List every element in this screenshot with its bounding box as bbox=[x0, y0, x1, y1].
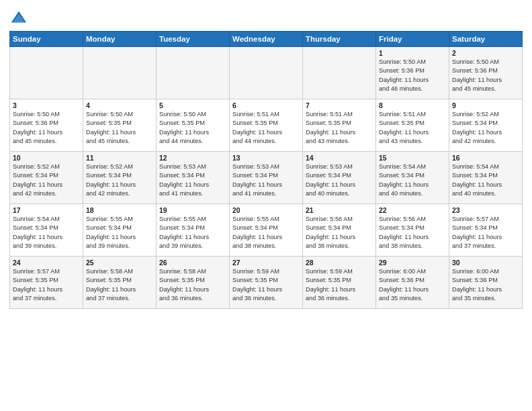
day-cell: 17Sunrise: 5:54 AM Sunset: 5:34 PM Dayli… bbox=[10, 204, 83, 257]
day-number: 12 bbox=[159, 154, 226, 162]
day-info: Sunrise: 5:57 AM Sunset: 5:35 PM Dayligh… bbox=[13, 267, 80, 303]
day-cell: 18Sunrise: 5:55 AM Sunset: 5:34 PM Dayli… bbox=[83, 204, 157, 257]
week-row-1: 1Sunrise: 5:50 AM Sunset: 5:36 PM Daylig… bbox=[10, 47, 523, 99]
day-cell: 15Sunrise: 5:54 AM Sunset: 5:34 PM Dayli… bbox=[376, 152, 449, 204]
day-info: Sunrise: 5:50 AM Sunset: 5:35 PM Dayligh… bbox=[86, 110, 153, 146]
day-info: Sunrise: 6:00 AM Sunset: 5:36 PM Dayligh… bbox=[379, 267, 446, 303]
day-info: Sunrise: 5:58 AM Sunset: 5:35 PM Dayligh… bbox=[159, 267, 226, 303]
header-row: SundayMondayTuesdayWednesdayThursdayFrid… bbox=[10, 32, 523, 47]
day-info: Sunrise: 5:51 AM Sunset: 5:35 PM Dayligh… bbox=[379, 110, 446, 146]
calendar-container: SundayMondayTuesdayWednesdayThursdayFrid… bbox=[0, 0, 532, 313]
day-cell: 20Sunrise: 5:55 AM Sunset: 5:34 PM Dayli… bbox=[230, 204, 303, 257]
week-row-4: 17Sunrise: 5:54 AM Sunset: 5:34 PM Dayli… bbox=[10, 204, 523, 257]
day-number: 18 bbox=[86, 206, 153, 214]
day-number: 9 bbox=[452, 101, 519, 109]
day-number: 4 bbox=[86, 101, 153, 109]
day-info: Sunrise: 5:50 AM Sunset: 5:36 PM Dayligh… bbox=[452, 58, 519, 93]
day-number: 5 bbox=[159, 101, 226, 109]
week-row-3: 10Sunrise: 5:52 AM Sunset: 5:34 PM Dayli… bbox=[10, 152, 523, 204]
day-info: Sunrise: 5:51 AM Sunset: 5:35 PM Dayligh… bbox=[306, 110, 373, 146]
week-row-5: 24Sunrise: 5:57 AM Sunset: 5:35 PM Dayli… bbox=[10, 257, 523, 309]
day-cell bbox=[157, 47, 230, 99]
day-number: 14 bbox=[306, 154, 373, 162]
logo bbox=[9, 9, 30, 28]
day-number: 2 bbox=[452, 49, 519, 57]
day-info: Sunrise: 5:53 AM Sunset: 5:34 PM Dayligh… bbox=[306, 163, 373, 198]
day-cell: 8Sunrise: 5:51 AM Sunset: 5:35 PM Daylig… bbox=[376, 99, 449, 152]
day-number: 24 bbox=[13, 259, 80, 267]
day-number: 29 bbox=[379, 259, 446, 267]
day-cell: 14Sunrise: 5:53 AM Sunset: 5:34 PM Dayli… bbox=[303, 152, 376, 204]
day-info: Sunrise: 5:53 AM Sunset: 5:34 PM Dayligh… bbox=[232, 163, 300, 198]
day-info: Sunrise: 5:50 AM Sunset: 5:36 PM Dayligh… bbox=[13, 110, 80, 146]
day-cell: 27Sunrise: 5:59 AM Sunset: 5:35 PM Dayli… bbox=[230, 257, 303, 309]
day-number: 19 bbox=[159, 206, 226, 214]
day-cell: 19Sunrise: 5:55 AM Sunset: 5:34 PM Dayli… bbox=[157, 204, 230, 257]
day-info: Sunrise: 5:59 AM Sunset: 5:35 PM Dayligh… bbox=[306, 267, 373, 303]
day-cell: 1Sunrise: 5:50 AM Sunset: 5:36 PM Daylig… bbox=[376, 47, 449, 99]
day-cell: 22Sunrise: 5:56 AM Sunset: 5:34 PM Dayli… bbox=[376, 204, 449, 257]
header bbox=[9, 7, 523, 28]
day-info: Sunrise: 6:00 AM Sunset: 5:36 PM Dayligh… bbox=[452, 267, 519, 303]
header-cell-sunday: Sunday bbox=[10, 32, 83, 47]
header-cell-wednesday: Wednesday bbox=[230, 32, 303, 47]
header-cell-saturday: Saturday bbox=[449, 32, 523, 47]
day-cell: 23Sunrise: 5:57 AM Sunset: 5:34 PM Dayli… bbox=[449, 204, 523, 257]
day-number: 30 bbox=[452, 259, 519, 267]
day-number: 23 bbox=[452, 206, 519, 214]
day-info: Sunrise: 5:59 AM Sunset: 5:35 PM Dayligh… bbox=[232, 267, 300, 303]
day-number: 1 bbox=[379, 49, 446, 57]
day-cell: 25Sunrise: 5:58 AM Sunset: 5:35 PM Dayli… bbox=[83, 257, 157, 309]
calendar-header: SundayMondayTuesdayWednesdayThursdayFrid… bbox=[10, 32, 523, 47]
day-cell: 11Sunrise: 5:52 AM Sunset: 5:34 PM Dayli… bbox=[83, 152, 157, 204]
day-cell: 4Sunrise: 5:50 AM Sunset: 5:35 PM Daylig… bbox=[83, 99, 157, 152]
day-info: Sunrise: 5:55 AM Sunset: 5:34 PM Dayligh… bbox=[232, 215, 300, 250]
day-cell: 21Sunrise: 5:56 AM Sunset: 5:34 PM Dayli… bbox=[303, 204, 376, 257]
day-cell: 10Sunrise: 5:52 AM Sunset: 5:34 PM Dayli… bbox=[10, 152, 83, 204]
calendar-body: 1Sunrise: 5:50 AM Sunset: 5:36 PM Daylig… bbox=[10, 47, 523, 309]
header-cell-monday: Monday bbox=[83, 32, 157, 47]
day-info: Sunrise: 5:55 AM Sunset: 5:34 PM Dayligh… bbox=[86, 215, 153, 250]
header-cell-thursday: Thursday bbox=[303, 32, 376, 47]
day-number: 16 bbox=[452, 154, 519, 162]
day-info: Sunrise: 5:50 AM Sunset: 5:36 PM Dayligh… bbox=[379, 58, 446, 93]
day-cell bbox=[83, 47, 157, 99]
day-cell bbox=[230, 47, 303, 99]
day-info: Sunrise: 5:52 AM Sunset: 5:34 PM Dayligh… bbox=[86, 163, 153, 198]
header-cell-friday: Friday bbox=[376, 32, 449, 47]
day-number: 26 bbox=[159, 259, 226, 267]
day-cell: 9Sunrise: 5:52 AM Sunset: 5:34 PM Daylig… bbox=[449, 99, 523, 152]
day-cell: 3Sunrise: 5:50 AM Sunset: 5:36 PM Daylig… bbox=[10, 99, 83, 152]
day-cell: 2Sunrise: 5:50 AM Sunset: 5:36 PM Daylig… bbox=[449, 47, 523, 99]
day-number: 3 bbox=[13, 101, 80, 109]
day-number: 15 bbox=[379, 154, 446, 162]
day-info: Sunrise: 5:56 AM Sunset: 5:34 PM Dayligh… bbox=[379, 215, 446, 250]
day-number: 7 bbox=[306, 101, 373, 109]
day-info: Sunrise: 5:50 AM Sunset: 5:35 PM Dayligh… bbox=[159, 110, 226, 146]
header-cell-tuesday: Tuesday bbox=[157, 32, 230, 47]
day-number: 8 bbox=[379, 101, 446, 109]
day-number: 10 bbox=[13, 154, 80, 162]
day-info: Sunrise: 5:53 AM Sunset: 5:34 PM Dayligh… bbox=[159, 163, 226, 198]
day-info: Sunrise: 5:51 AM Sunset: 5:35 PM Dayligh… bbox=[232, 110, 300, 146]
day-cell: 12Sunrise: 5:53 AM Sunset: 5:34 PM Dayli… bbox=[157, 152, 230, 204]
day-number: 13 bbox=[232, 154, 300, 162]
day-cell: 29Sunrise: 6:00 AM Sunset: 5:36 PM Dayli… bbox=[376, 257, 449, 309]
day-cell: 13Sunrise: 5:53 AM Sunset: 5:34 PM Dayli… bbox=[230, 152, 303, 204]
calendar-table: SundayMondayTuesdayWednesdayThursdayFrid… bbox=[9, 31, 523, 309]
day-info: Sunrise: 5:57 AM Sunset: 5:34 PM Dayligh… bbox=[452, 215, 519, 250]
day-info: Sunrise: 5:52 AM Sunset: 5:34 PM Dayligh… bbox=[13, 163, 80, 198]
day-cell: 24Sunrise: 5:57 AM Sunset: 5:35 PM Dayli… bbox=[10, 257, 83, 309]
day-info: Sunrise: 5:54 AM Sunset: 5:34 PM Dayligh… bbox=[13, 215, 80, 250]
logo-icon bbox=[9, 9, 28, 28]
day-cell: 26Sunrise: 5:58 AM Sunset: 5:35 PM Dayli… bbox=[157, 257, 230, 309]
day-number: 22 bbox=[379, 206, 446, 214]
day-number: 6 bbox=[232, 101, 300, 109]
week-row-2: 3Sunrise: 5:50 AM Sunset: 5:36 PM Daylig… bbox=[10, 99, 523, 152]
day-number: 28 bbox=[306, 259, 373, 267]
day-cell: 28Sunrise: 5:59 AM Sunset: 5:35 PM Dayli… bbox=[303, 257, 376, 309]
day-info: Sunrise: 5:52 AM Sunset: 5:34 PM Dayligh… bbox=[452, 110, 519, 146]
day-cell: 30Sunrise: 6:00 AM Sunset: 5:36 PM Dayli… bbox=[449, 257, 523, 309]
day-info: Sunrise: 5:54 AM Sunset: 5:34 PM Dayligh… bbox=[379, 163, 446, 198]
day-number: 25 bbox=[86, 259, 153, 267]
